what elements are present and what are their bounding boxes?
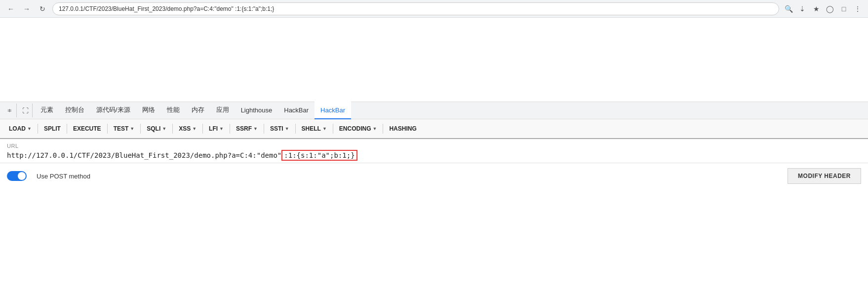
address-bar[interactable]: 127.0.0.1/CTF/2023/BlueHat_First_2023/de…: [52, 2, 779, 15]
divider-6: [202, 124, 203, 134]
hackbar-xss-button[interactable]: XSS ▼: [174, 119, 201, 138]
post-method-label: Use POST method: [37, 173, 90, 180]
tab-application[interactable]: 应用: [210, 102, 235, 119]
search-icon[interactable]: 🔍: [783, 3, 794, 14]
test-arrow-icon: ▼: [130, 126, 134, 131]
load-arrow-icon: ▼: [27, 126, 32, 131]
menu-icon[interactable]: ⋮: [852, 3, 863, 14]
hackbar-shell-button[interactable]: SHELL ▼: [297, 119, 332, 138]
xss-arrow-icon: ▼: [192, 126, 197, 131]
hackbar-toolbar: LOAD ▼ SPLIT EXECUTE TEST ▼ SQLI ▼ XSS ▼…: [0, 119, 868, 139]
hackbar-ssrf-button[interactable]: SSRF ▼: [231, 119, 263, 138]
devtools-device-icon[interactable]: ⛶: [19, 104, 33, 117]
divider-9: [295, 124, 296, 134]
address-text: 127.0.0.1/CTF/2023/BlueHat_First_2023/de…: [59, 5, 274, 12]
tab-console[interactable]: 控制台: [59, 102, 90, 119]
hackbar-split-button[interactable]: SPLIT: [39, 119, 66, 138]
url-text-before: http://127.0.0.1/CTF/2023/BlueHat_First_…: [7, 151, 281, 159]
forward-button[interactable]: →: [21, 3, 33, 15]
page-content: [0, 18, 868, 102]
hackbar-sqli-button[interactable]: SQLI ▼: [142, 119, 171, 138]
ssti-arrow-icon: ▼: [285, 126, 289, 131]
url-content: http://127.0.0.1/CTF/2023/BlueHat_First_…: [7, 150, 861, 161]
divider-3: [107, 124, 108, 134]
profile-icon[interactable]: ◯: [825, 3, 835, 14]
url-section: URL http://127.0.0.1/CTF/2023/BlueHat_Fi…: [0, 139, 868, 163]
bottom-bar: Use POST method MODIFY HEADER: [0, 163, 868, 189]
extensions-icon[interactable]: □: [838, 3, 849, 14]
post-method-toggle[interactable]: [7, 171, 27, 181]
back-button[interactable]: ←: [5, 3, 17, 15]
bookmarks-icon[interactable]: ★: [811, 3, 822, 14]
hackbar-ssti-button[interactable]: SSTI ▼: [265, 119, 294, 138]
divider-8: [264, 124, 264, 134]
downloads-icon[interactable]: ⇣: [797, 3, 808, 14]
toolbar-icons: 🔍 ⇣ ★ ◯ □ ⋮: [783, 3, 863, 14]
devtools-inspect-icon[interactable]: ⧧: [3, 104, 17, 117]
divider-2: [67, 124, 67, 134]
sqli-arrow-icon: ▼: [162, 126, 166, 131]
divider-10: [333, 124, 333, 134]
tab-hackbar-1[interactable]: HackBar: [278, 102, 315, 119]
lfi-arrow-icon: ▼: [219, 126, 224, 131]
divider-4: [140, 124, 141, 134]
divider-7: [230, 124, 230, 134]
toggle-knob: [18, 172, 26, 180]
hackbar-encoding-button[interactable]: ENCODING ▼: [334, 119, 382, 138]
divider-5: [172, 124, 173, 134]
hackbar-load-button[interactable]: LOAD ▼: [4, 119, 37, 138]
shell-arrow-icon: ▼: [322, 126, 327, 131]
url-label: URL: [7, 143, 861, 149]
browser-bar: ← → ↻ 127.0.0.1/CTF/2023/BlueHat_First_2…: [0, 0, 868, 18]
tab-network[interactable]: 网络: [136, 102, 161, 119]
hackbar-test-button[interactable]: TEST ▼: [109, 119, 140, 138]
ssrf-arrow-icon: ▼: [253, 126, 258, 131]
reload-button[interactable]: ↻: [37, 3, 48, 15]
modify-header-button[interactable]: MODIFY HEADER: [788, 168, 861, 184]
hackbar-lfi-button[interactable]: LFI ▼: [204, 119, 229, 138]
tab-lighthouse[interactable]: Lighthouse: [235, 102, 278, 119]
tab-memory[interactable]: 内存: [186, 102, 210, 119]
hackbar-execute-button[interactable]: EXECUTE: [68, 119, 106, 138]
divider-11: [383, 124, 383, 134]
tab-sources[interactable]: 源代码/来源: [90, 102, 136, 119]
tab-performance[interactable]: 性能: [161, 102, 186, 119]
encoding-arrow-icon: ▼: [372, 126, 377, 131]
url-text-highlighted: :1:{s:1:"a";b:1;}: [281, 150, 357, 161]
divider-1: [38, 124, 38, 134]
hackbar-hashing-button[interactable]: HASHING: [384, 119, 421, 138]
devtools-tabs: ⧧ ⛶ 元素 控制台 源代码/来源 网络 性能 内存 应用 Lighthouse…: [0, 102, 868, 119]
tab-elements[interactable]: 元素: [35, 102, 59, 119]
tab-hackbar-2[interactable]: HackBar: [315, 102, 351, 119]
